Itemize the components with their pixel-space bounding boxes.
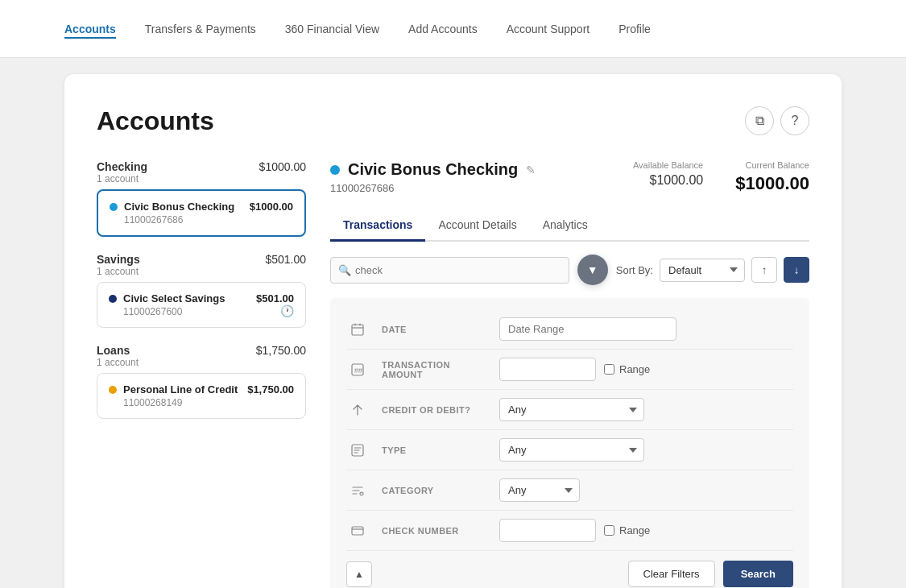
filter-actions: ▲ Clear Filters Search bbox=[346, 551, 793, 587]
nav-add-accounts[interactable]: Add Accounts bbox=[408, 19, 478, 39]
available-balance-label: Available Balance bbox=[633, 160, 703, 170]
help-icon-button[interactable]: ? bbox=[780, 106, 809, 135]
collapse-button[interactable]: ▲ bbox=[346, 561, 372, 587]
nav-account-support[interactable]: Account Support bbox=[507, 19, 590, 39]
search-button[interactable]: Search bbox=[723, 561, 793, 587]
civic-bonus-row: Civic Bonus Checking $1000.00 bbox=[110, 201, 293, 213]
tab-account-details[interactable]: Account Details bbox=[425, 210, 529, 242]
sort-asc-icon: ↑ bbox=[762, 264, 767, 276]
amount-filter-label: TRANSACTION AMOUNT bbox=[382, 360, 486, 379]
action-buttons: Clear Filters Search bbox=[628, 561, 793, 587]
account-detail-panel: Civic Bonus Checking ✎ 11000267686 Avail… bbox=[330, 160, 809, 588]
type-select[interactable]: Any ACH Check Wire bbox=[499, 438, 644, 462]
savings-group-count: 1 account bbox=[97, 266, 140, 277]
sort-select[interactable]: Default Date Amount Description bbox=[660, 259, 745, 282]
tab-transactions[interactable]: Transactions bbox=[330, 210, 425, 242]
loans-name-row: Personal Line of Credit bbox=[109, 383, 238, 395]
savings-group-title: Savings bbox=[97, 253, 140, 266]
civic-bonus-number: 11000267686 bbox=[110, 214, 293, 226]
credit-debit-select[interactable]: Any Credit Debit bbox=[499, 398, 644, 421]
savings-row: Civic Select Savings $501.00 bbox=[109, 292, 294, 304]
svg-rect-5 bbox=[352, 527, 363, 535]
check-number-filter-icon bbox=[346, 524, 369, 537]
account-title-row: Civic Bonus Checking ✎ bbox=[330, 160, 536, 179]
credit-debit-filter-icon bbox=[346, 404, 369, 416]
copy-icon-button[interactable]: ⧉ bbox=[745, 106, 774, 135]
civic-bonus-name: Civic Bonus Checking bbox=[124, 201, 234, 213]
date-filter-label: DATE bbox=[382, 325, 486, 334]
checking-group-header: Checking 1 account $1000.00 bbox=[97, 160, 306, 184]
savings-name-row: Civic Select Savings bbox=[109, 292, 225, 304]
clear-filters-button[interactable]: Clear Filters bbox=[628, 561, 715, 587]
filter-row-amount: ## TRANSACTION AMOUNT Range bbox=[346, 350, 793, 390]
filter-panel: DATE ## TRANSACTION AMOUNT bbox=[330, 298, 809, 588]
nav-accounts[interactable]: Accounts bbox=[64, 19, 116, 39]
amount-input[interactable] bbox=[499, 358, 596, 381]
edit-icon[interactable]: ✎ bbox=[526, 164, 536, 176]
header-icons: ⧉ ? bbox=[745, 106, 809, 135]
savings-number-row: 11000267600 🕐 bbox=[109, 304, 294, 317]
filter-row-date: DATE bbox=[346, 309, 793, 350]
main-container: Accounts ⧉ ? Checking 1 acco bbox=[0, 58, 906, 588]
tab-analytics[interactable]: Analytics bbox=[530, 210, 601, 242]
balance-section: Available Balance $1000.00 Current Balan… bbox=[633, 160, 809, 194]
loans-group-count: 1 account bbox=[97, 357, 139, 368]
date-range-input[interactable] bbox=[499, 317, 676, 341]
search-input[interactable] bbox=[330, 257, 569, 284]
check-range-checkbox[interactable]: Range bbox=[604, 524, 650, 536]
amount-range-checkbox[interactable]: Range bbox=[604, 363, 650, 375]
search-row: 🔍 ▼ Sort By: Default Date Amount Descrip… bbox=[330, 255, 809, 285]
filter-button[interactable]: ▼ bbox=[577, 255, 608, 285]
loans-group: Loans 1 account $1,750.00 Personal Line … bbox=[97, 344, 306, 419]
account-detail-header: Civic Bonus Checking ✎ 11000267686 Avail… bbox=[330, 160, 809, 194]
detail-account-name: Civic Bonus Checking bbox=[348, 160, 518, 179]
loans-name: Personal Line of Credit bbox=[123, 383, 238, 395]
check-range-checkbox-input[interactable] bbox=[604, 525, 614, 536]
civic-select-savings-card[interactable]: Civic Select Savings $501.00 11000267600… bbox=[97, 282, 306, 328]
search-input-wrap: 🔍 bbox=[330, 257, 569, 284]
amount-filter-icon: ## bbox=[346, 363, 369, 376]
savings-group: Savings 1 account $501.00 Civic Select S… bbox=[97, 253, 306, 328]
amount-range-checkbox-input[interactable] bbox=[604, 364, 614, 375]
loans-group-total: $1,750.00 bbox=[256, 344, 306, 357]
current-balance-amount: $1000.00 bbox=[735, 173, 809, 194]
nav-transfers[interactable]: Transfers & Payments bbox=[145, 19, 256, 39]
check-number-filter-label: CHECK NUMBER bbox=[382, 526, 486, 536]
nav-360[interactable]: 360 Financial View bbox=[285, 19, 379, 39]
svg-text:##: ## bbox=[354, 366, 362, 375]
sort-desc-icon: ↓ bbox=[794, 264, 800, 276]
filter-row-check-number: CHECK NUMBER Range bbox=[346, 511, 793, 551]
type-filter-control: Any ACH Check Wire bbox=[499, 438, 793, 462]
savings-name: Civic Select Savings bbox=[123, 292, 225, 304]
filter-row-category: CATEGORY Any bbox=[346, 470, 793, 511]
personal-loc-card[interactable]: Personal Line of Credit $1,750.00 110002… bbox=[97, 373, 306, 419]
svg-point-4 bbox=[360, 492, 363, 495]
civic-bonus-dot bbox=[110, 203, 118, 211]
accounts-card: Accounts ⧉ ? Checking 1 acco bbox=[64, 74, 842, 588]
loans-row: Personal Line of Credit $1,750.00 bbox=[109, 383, 294, 395]
civic-bonus-checking-card[interactable]: Civic Bonus Checking $1000.00 1100026768… bbox=[97, 189, 306, 237]
sort-asc-button[interactable]: ↑ bbox=[751, 257, 777, 283]
credit-debit-filter-label: CREDIT OR DEBIT? bbox=[382, 405, 486, 415]
help-icon: ? bbox=[792, 114, 799, 128]
savings-number: 11000267600 bbox=[109, 306, 182, 317]
credit-debit-filter-control: Any Credit Debit bbox=[499, 398, 793, 421]
type-filter-label: TYPE bbox=[382, 445, 486, 455]
civic-bonus-balance: $1000.00 bbox=[250, 201, 293, 213]
sort-section: Sort By: Default Date Amount Description… bbox=[616, 257, 809, 283]
filter-row-credit-debit: CREDIT OR DEBIT? Any Credit Debit bbox=[346, 390, 793, 430]
content-layout: Checking 1 account $1000.00 Civic Bonus … bbox=[97, 160, 809, 588]
check-number-filter-control: Range bbox=[499, 519, 793, 542]
account-tabs: Transactions Account Details Analytics bbox=[330, 210, 809, 242]
detail-dot bbox=[330, 165, 340, 175]
sort-desc-button[interactable]: ↓ bbox=[784, 257, 809, 283]
check-number-input[interactable] bbox=[499, 519, 596, 542]
svg-rect-0 bbox=[352, 325, 363, 335]
top-navigation: Accounts Transfers & Payments 360 Financ… bbox=[0, 0, 906, 58]
category-filter-control: Any bbox=[499, 478, 793, 502]
accounts-sidebar: Checking 1 account $1000.00 Civic Bonus … bbox=[97, 160, 306, 588]
savings-group-total: $501.00 bbox=[265, 253, 306, 266]
available-balance-group: Available Balance $1000.00 bbox=[633, 160, 703, 194]
nav-profile[interactable]: Profile bbox=[618, 19, 651, 39]
category-select[interactable]: Any bbox=[499, 478, 580, 502]
